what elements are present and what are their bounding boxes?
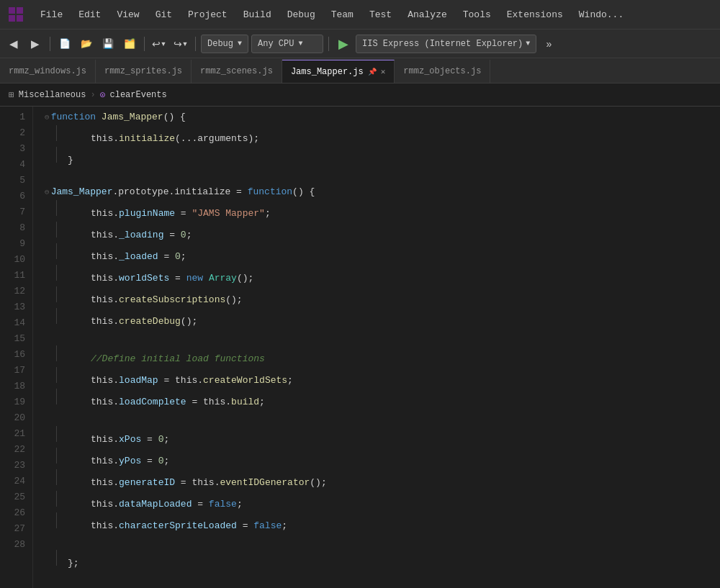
open-button[interactable]: 📂 — [77, 35, 96, 53]
code-line-13: //Define initial load functions — [45, 345, 720, 367]
breadcrumb-bar: ⊞ Miscellaneous › ⊙ clearEvents — [0, 83, 720, 107]
tab-bar: rmmz_windows.js rmmz_sprites.js rmmz_sce… — [0, 58, 720, 83]
line-num-22: 22 — [0, 442, 32, 458]
separator-3 — [195, 37, 196, 51]
new-file-button[interactable]: 📄 — [55, 35, 74, 53]
iis-arrow: ▼ — [526, 40, 530, 48]
line-num-24: 24 — [0, 474, 32, 489]
run-button[interactable]: ▶ — [334, 35, 353, 53]
svg-rect-1 — [17, 7, 23, 14]
code-line-17: this.xPos = 0; — [45, 426, 720, 448]
menu-extensions[interactable]: Extensions — [500, 6, 570, 23]
line-num-12: 12 — [0, 284, 32, 299]
iis-button[interactable]: IIS Express (Internet Explorer) ▼ — [356, 35, 536, 53]
line-num-25: 25 — [0, 489, 32, 505]
line-num-7: 7 — [0, 204, 32, 220]
close-tab-icon[interactable]: ✕ — [381, 67, 386, 76]
forward-button[interactable]: ▶ — [26, 35, 45, 53]
code-line-21: this.characterSpriteLoaded = false; — [45, 512, 720, 534]
line-num-15: 15 — [0, 331, 32, 347]
toolbar-overflow-button[interactable]: » — [539, 35, 558, 53]
code-line-24 — [45, 571, 720, 587]
menu-test[interactable]: Test — [362, 6, 399, 23]
code-line-22 — [45, 534, 720, 550]
tab-rmmz-objects-label: rmmz_objects.js — [403, 66, 481, 76]
line-num-18: 18 — [0, 379, 32, 394]
menu-debug[interactable]: Debug — [280, 6, 323, 23]
svg-rect-0 — [9, 7, 15, 14]
redo-button[interactable]: ↪▼ — [171, 35, 190, 53]
tab-rmmz-windows[interactable]: rmmz_windows.js — [0, 60, 96, 83]
menu-edit[interactable]: Edit — [71, 6, 108, 23]
code-line-7: this._loading = 0; — [45, 222, 720, 243]
line-num-1: 1 — [0, 109, 32, 125]
undo-button[interactable]: ↩▼ — [150, 35, 168, 53]
menu-project[interactable]: Project — [181, 6, 235, 23]
pin-icon: 📌 — [368, 68, 377, 76]
line-num-16: 16 — [0, 347, 32, 363]
back-button[interactable]: ◀ — [4, 35, 23, 53]
tab-rmmz-sprites[interactable]: rmmz_sprites.js — [96, 60, 192, 83]
code-editor[interactable]: ⊖function Jams_Mapper() { this.initializ… — [33, 107, 720, 588]
code-line-20: this.dataMapLoaded = false; — [45, 491, 720, 512]
menu-bar: File Edit View Git Project Build Debug T… — [0, 0, 720, 30]
collapse-1[interactable]: ⊖ — [45, 109, 50, 125]
line-num-4: 4 — [0, 157, 32, 173]
line-num-23: 23 — [0, 458, 32, 474]
line-num-6: 6 — [0, 189, 32, 204]
menu-view[interactable]: View — [109, 6, 146, 23]
line-num-28: 28 — [0, 537, 32, 553]
code-line-2: this.initialize(...arguments); — [45, 125, 720, 147]
code-line-19: this.generateID = this.eventIDGenerator(… — [45, 469, 720, 491]
line-num-5: 5 — [0, 173, 32, 189]
line-num-9: 9 — [0, 236, 32, 252]
tab-rmmz-scenes-label: rmmz_scenes.js — [200, 66, 273, 76]
debug-config-label: Debug — [207, 39, 233, 49]
code-line-15: this.loadComplete = this.build; — [45, 389, 720, 410]
menu-analyze[interactable]: Analyze — [400, 6, 454, 23]
code-line-12 — [45, 330, 720, 345]
save-all-button[interactable]: 🗂️ — [120, 35, 139, 53]
code-line-3: } — [45, 147, 720, 168]
debug-config-dropdown[interactable]: Debug ▼ — [201, 35, 248, 53]
platform-dropdown[interactable]: Any CPU ▼ — [251, 35, 323, 53]
breadcrumb-misc-label[interactable]: Miscellaneous — [19, 90, 86, 100]
tab-jams-mapper[interactable]: Jams_Mapper.js 📌 ✕ — [282, 60, 395, 83]
menu-team[interactable]: Team — [324, 6, 361, 23]
line-num-11: 11 — [0, 268, 32, 284]
menu-git[interactable]: Git — [148, 6, 179, 23]
platform-arrow: ▼ — [298, 40, 302, 48]
separator-4 — [328, 37, 329, 51]
line-num-19: 19 — [0, 394, 32, 410]
platform-label: Any CPU — [258, 39, 294, 49]
menu-file[interactable]: File — [33, 6, 70, 23]
tab-rmmz-windows-label: rmmz_windows.js — [9, 66, 86, 76]
menu-build[interactable]: Build — [236, 6, 279, 23]
line-num-27: 27 — [0, 521, 32, 537]
svg-rect-2 — [9, 15, 15, 22]
run-icon: ▶ — [338, 36, 348, 52]
line-num-20: 20 — [0, 410, 32, 426]
line-num-17: 17 — [0, 363, 32, 379]
code-line-14: this.loadMap = this.createWorldSets; — [45, 367, 720, 389]
separator-2 — [144, 37, 145, 51]
tab-rmmz-scenes[interactable]: rmmz_scenes.js — [192, 60, 282, 83]
collapse-5[interactable]: ⊖ — [45, 184, 50, 200]
breadcrumb-function-name[interactable]: clearEvents — [109, 90, 166, 100]
save-button[interactable]: 💾 — [99, 35, 117, 53]
tab-rmmz-objects[interactable]: rmmz_objects.js — [395, 60, 490, 83]
menu-tools[interactable]: Tools — [456, 6, 498, 23]
toolbar: ◀ ▶ 📄 📂 💾 🗂️ ↩▼ ↪▼ Debug ▼ Any CPU ▼ ▶ I… — [0, 30, 720, 58]
line-num-2: 2 — [0, 125, 32, 141]
tab-jams-mapper-label: Jams_Mapper.js — [291, 67, 364, 77]
separator-1 — [50, 37, 50, 51]
line-num-8: 8 — [0, 220, 32, 236]
code-line-1: ⊖function Jams_Mapper() { — [45, 109, 720, 125]
code-line-16 — [45, 410, 720, 426]
breadcrumb-misc-icon: ⊞ — [9, 89, 14, 101]
breadcrumb-separator: › — [90, 90, 95, 100]
line-num-26: 26 — [0, 505, 32, 521]
menu-window[interactable]: Windo... — [572, 6, 631, 23]
svg-rect-3 — [17, 15, 23, 22]
line-numbers: 1 2 3 4 5 6 7 8 9 10 11 12 13 14 15 16 1… — [0, 107, 33, 588]
